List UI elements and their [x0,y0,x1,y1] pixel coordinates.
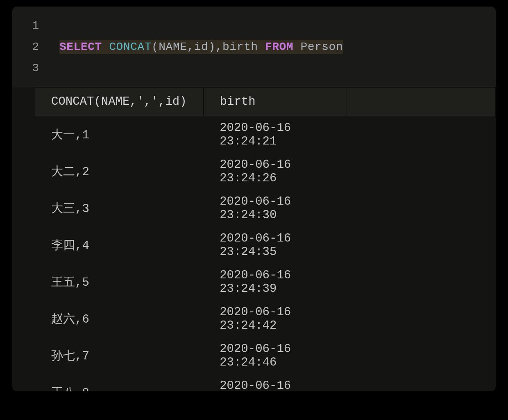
sql-paren-close: ) [208,41,215,53]
sql-function-concat: CONCAT [109,41,152,53]
sql-ident-name: NAME [159,41,187,53]
column-header-concat[interactable]: CONCAT(NAME,',',id) [35,88,203,116]
code-content[interactable]: SELECT CONCAT(NAME,id),birth FROM Person [59,40,496,54]
cell-birth: 2020-06-16 23:24:46 [203,337,347,374]
code-area[interactable]: 1 2 SELECT CONCAT(NAME,id),birth FROM Pe… [12,7,496,87]
table-row[interactable]: 大三,3 2020-06-16 23:24:30 [35,190,496,227]
cell-birth: 2020-06-16 23:24:21 [203,116,347,154]
code-line[interactable]: 3 [12,57,496,79]
cell-concat: 大一,1 [35,116,203,154]
code-line[interactable]: 2 SELECT CONCAT(NAME,id),birth FROM Pers… [12,36,496,57]
cell-birth: 2020-06-16 23:24:30 [203,190,347,227]
table-row[interactable]: 王五,5 2020-06-16 23:24:39 [35,264,496,300]
table-row[interactable]: 大一,1 2020-06-16 23:24:21 [35,116,496,154]
table-row[interactable]: 李四,4 2020-06-16 23:24:35 [35,227,496,264]
cell-birth: 2020-06-16 23:24:39 [203,264,347,300]
sql-keyword-select: SELECT [59,41,102,53]
sql-paren-open: ( [152,41,159,53]
cell-concat: 大二,2 [35,153,203,190]
table-row[interactable]: 大二,2 2020-06-16 23:24:26 [35,153,496,190]
workspace: 1 2 SELECT CONCAT(NAME,id),birth FROM Pe… [12,7,496,391]
sql-ident-table: Person [300,41,343,53]
cell-concat: 大三,3 [35,190,203,227]
results-pane: CONCAT(NAME,',',id) birth 大一,1 2020-06-1… [12,87,496,391]
cell-concat: 李四,4 [35,227,203,264]
sql-comma: , [187,41,194,53]
cell-birth: 2020-06-16 23:24:26 [203,153,347,190]
line-number: 2 [12,41,59,53]
cell-concat: 王五,5 [35,264,203,300]
line-number: 1 [12,19,59,32]
results-table: CONCAT(NAME,',',id) birth 大一,1 2020-06-1… [35,87,496,391]
sql-editor-pane[interactable]: 1 2 SELECT CONCAT(NAME,id),birth FROM Pe… [12,7,496,87]
sql-comma: , [215,41,222,53]
cell-birth: 2020-06-16 23:24:35 [203,227,347,264]
cell-concat: 赵六,6 [35,300,203,337]
cell-birth: 2020-06-16 23:24:49 [203,374,347,391]
line-number: 3 [12,62,59,75]
column-header-birth[interactable]: birth [203,88,347,116]
table-header-row: CONCAT(NAME,',',id) birth [35,88,496,116]
cell-concat: 王八,8 [35,374,203,391]
table-body: 大一,1 2020-06-16 23:24:21 大二,2 2020-06-16… [35,116,496,392]
sql-ident-birth: birth [222,41,258,53]
cell-concat: 孙七,7 [35,337,203,374]
table-row[interactable]: 王八,8 2020-06-16 23:24:49 [35,374,496,391]
table-row[interactable]: 赵六,6 2020-06-16 23:24:42 [35,300,496,337]
column-header-empty [347,88,495,116]
sql-ident-id: id [194,41,209,53]
code-line[interactable]: 1 [12,15,496,36]
sql-keyword-from: FROM [265,41,293,53]
table-row[interactable]: 孙七,7 2020-06-16 23:24:46 [35,337,496,374]
cell-birth: 2020-06-16 23:24:42 [203,300,347,337]
